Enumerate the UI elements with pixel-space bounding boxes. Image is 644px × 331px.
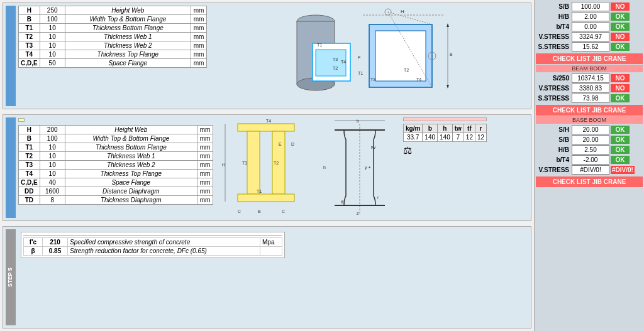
step3-cylinder-svg: T3 T2 T4 T1 (281, 6, 357, 106)
check-label-1-2: S.STRESS (536, 95, 570, 102)
check-label-2-2: H/B (536, 146, 570, 153)
material-unit-1 (260, 247, 282, 256)
step3-param-2: T1 (19, 24, 40, 33)
svg-text:z: z (357, 211, 359, 215)
svg-text:T4: T4 (416, 77, 421, 82)
step4-girder-diagram: H T4 T3 T2 T1 B E D C C (216, 117, 316, 218)
svg-text:B: B (450, 52, 453, 57)
step3-row-1: B 100 Width Top & Bottom Flange mm (19, 15, 207, 24)
svg-text:b: b (357, 119, 359, 123)
material-row-1: β 0.85 Strength reduction factor for con… (24, 247, 282, 256)
check-label-0-1: H/B (536, 13, 570, 20)
step4-param-8: TD (19, 196, 40, 205)
beam-prop-val-0: 33.7 (404, 133, 423, 142)
step3-diagram: T3 T2 T4 T1 H F (209, 6, 528, 106)
check-status-1-0: NO (611, 74, 630, 82)
material-param-1: β (24, 247, 43, 256)
step3-desc-4: Thickness Web 2 (65, 41, 191, 50)
step3-desc-6: Space Flange (65, 59, 191, 68)
step3-desc-5: Thickness Top Flange (65, 50, 191, 59)
check-status-1-1: NO (611, 84, 630, 92)
step3-value-2: 10 (40, 24, 65, 33)
step4-section-title (18, 118, 25, 122)
step4-param-2: T1 (19, 143, 40, 152)
check-value-2-0: 20.00 (572, 125, 609, 134)
step4-desc-4: Thickness Web 2 (65, 161, 197, 170)
step4-row-7: DD 1600 Distance Diaphragm mm (19, 187, 213, 196)
step4-unit-4: mm (197, 161, 213, 170)
svg-text:T1: T1 (257, 189, 262, 193)
step4-value-8: 8 (40, 196, 65, 205)
material-value-0: 210 (43, 238, 68, 247)
check-label-1-0: S/250 (536, 75, 570, 82)
step4-section: H 200 Height Web mm B 100 Width Top & Bo… (3, 114, 531, 221)
beam-props-table: kg/mbhtwtfr33.714014071212 (403, 124, 487, 142)
step3-table-area: H 250 Height Web mm B 100 Width Top & Bo… (18, 6, 207, 106)
step4-row-1: B 100 Width Top & Bottom Flange mm (19, 134, 213, 143)
check-row-0-3: V.STRESS 3324.97 NO (536, 32, 643, 41)
svg-text:y +: y + (365, 165, 371, 170)
step5-label: STEP 5 (6, 229, 16, 325)
svg-text:T2: T2 (404, 68, 409, 72)
check-status-2-0: OK (611, 126, 630, 134)
svg-text:C: C (238, 209, 241, 214)
right-panel: S/B 100.00 NO H/B 2.00 OK b/T4 0.00 OK V… (534, 0, 644, 331)
step3-unit-1: mm (191, 15, 207, 24)
beam-prop-val-5: 12 (475, 133, 486, 142)
beam-prop-header-2: h (438, 124, 453, 133)
check-row-2-1: S/B 20.00 OK (536, 135, 643, 144)
check-status-2-1: OK (611, 136, 630, 144)
step4-unit-0: mm (197, 126, 213, 134)
svg-marker-20 (447, 23, 449, 27)
step4-row-3: T2 10 Thickness Web 1 mm (19, 152, 213, 161)
beam-prop-val-1: 140 (423, 133, 438, 142)
step3-content: H 250 Height Web mm B 100 Width Top & Bo… (18, 6, 528, 106)
check-row-1-0: S/250 10374.15 NO (536, 73, 643, 83)
material-unit-0: Mpa (260, 238, 282, 247)
step3-param-1: B (19, 15, 40, 24)
step3-row-6: C,D,E 50 Space Flange mm (19, 59, 207, 68)
step4-desc-8: Thickness Diaphragm (65, 196, 197, 205)
beam-selection-box (403, 117, 487, 121)
check-label-2-4: V.STRESS (536, 166, 570, 173)
step3-row-0: H 250 Height Web mm (19, 6, 207, 15)
step4-label (6, 117, 16, 218)
check-label-0-3: V.STRESS (536, 33, 570, 40)
step4-param-4: T3 (19, 161, 40, 170)
step4-desc-5: Thickness Top Flange (65, 170, 197, 178)
step3-param-4: T3 (19, 41, 40, 50)
step4-table: H 200 Height Web mm B 100 Width Top & Bo… (18, 125, 213, 205)
check-value-0-1: 2.00 (572, 12, 609, 21)
step3-value-5: 10 (40, 50, 65, 59)
check-row-0-4: S.STRESS 15.62 OK (536, 42, 643, 52)
step4-unit-5: mm (197, 170, 213, 178)
beam-prop-header-1: b (423, 124, 438, 133)
svg-text:tw: tw (371, 145, 376, 149)
main-container: H 250 Height Web mm B 100 Width Top & Bo… (0, 0, 644, 331)
check-status-0-3: NO (611, 33, 630, 41)
step3-desc-1: Width Top & Bottom Flange (65, 15, 191, 24)
step4-row-2: T1 10 Thickness Bottom Flange mm (19, 143, 213, 152)
check-label-2-1: S/B (536, 136, 570, 143)
material-value-1: 0.85 (43, 247, 68, 256)
svg-text:tf: tf (341, 200, 343, 204)
svg-text:T4: T4 (266, 119, 271, 123)
svg-text:h: h (323, 165, 326, 170)
step4-value-4: 10 (40, 161, 65, 170)
check-label-1-1: V.STRESS (536, 85, 570, 92)
check-value-2-4: #DIV/0! (572, 165, 609, 175)
step4-row-8: TD 8 Thickness Diaphragm mm (19, 196, 213, 205)
check-value-1-0: 10374.15 (572, 73, 609, 83)
beam-prop-header-3: tw (452, 124, 464, 133)
material-desc-0: Specified compressive strength of concre… (68, 238, 260, 247)
check-row-0-0: S/B 100.00 NO (536, 2, 643, 11)
step3-value-1: 100 (40, 15, 65, 24)
step4-row-5: T4 10 Thickness Top Flange mm (19, 170, 213, 178)
check-value-1-2: 73.98 (572, 94, 609, 103)
material-param-0: f'c (24, 238, 43, 247)
svg-text:T1: T1 (317, 43, 322, 47)
left-panel: H 250 Height Web mm B 100 Width Top & Bo… (0, 0, 534, 331)
check-status-0-1: OK (611, 13, 630, 21)
step4-desc-3: Thickness Web 1 (65, 152, 197, 161)
svg-text:H: H (222, 163, 225, 167)
